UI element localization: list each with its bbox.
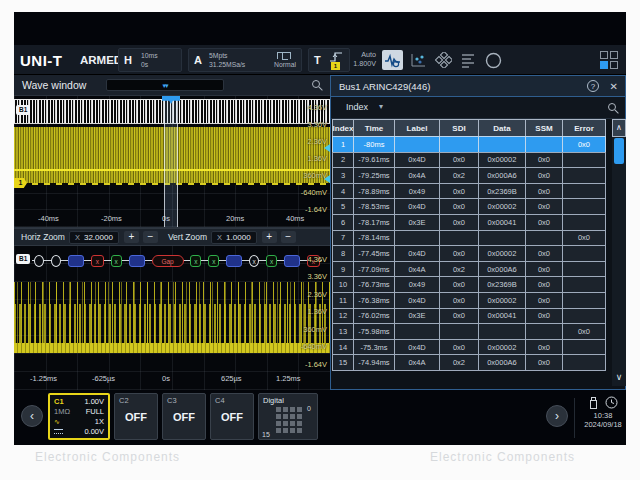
table-scrollbar[interactable]: ∧ ∨ xyxy=(612,119,626,386)
clock-date[interactable]: 2024/09/18 xyxy=(580,420,626,429)
col-header: SSM xyxy=(525,119,563,137)
channel2-box[interactable]: C2 OFF xyxy=(114,393,158,440)
search-icon[interactable] xyxy=(608,103,616,111)
table-row[interactable]: 2-79.61ms0x4D0x00x000020x0 xyxy=(332,152,612,169)
diamond-tools-icon[interactable] xyxy=(433,50,454,70)
acquire-menu[interactable]: A 5Mpts 31.25MSa/s Normal xyxy=(188,48,302,72)
wave-nav-slider[interactable]: ▾▾ xyxy=(106,79,224,91)
table-cell: 13 xyxy=(332,323,354,340)
table-cell xyxy=(394,230,440,247)
decode-bubble xyxy=(34,255,44,267)
table-cell: -74.94ms xyxy=(353,354,395,371)
circle-tool-icon[interactable] xyxy=(483,50,504,70)
table-cell: 0x0 xyxy=(439,292,479,309)
bus-table-header: Index Time Label SDI Data SSM Error xyxy=(332,119,612,137)
menu-bar: UNI-T ARMED H 10ms 0s A 5Mpts 31.25MSa/s… xyxy=(14,45,626,75)
list-view-icon[interactable] xyxy=(458,50,479,70)
table-row[interactable]: 12-76.02ms0x3E0x00x000410x0 xyxy=(332,308,612,325)
v-label: 360mV xyxy=(303,325,327,334)
table-cell: 0x4D xyxy=(394,339,440,356)
digital-grid xyxy=(276,407,302,433)
table-cell: -76.02ms xyxy=(353,308,395,325)
collapse-left-button[interactable]: ‹ xyxy=(21,405,43,427)
main-wave-plot[interactable]: B1 1 4.36V 3.36V 2.36V 1.36V 360mV -640m… xyxy=(14,96,330,228)
table-cell: 0x00002 xyxy=(478,339,526,356)
c1-bandwidth: FULL xyxy=(86,407,104,417)
table-row[interactable]: 6-78.17ms0x3E0x00x000410x0 xyxy=(332,214,612,231)
table-cell: 0x0 xyxy=(525,198,563,215)
table-row[interactable]: 5-78.53ms0x4D0x00x000020x0 xyxy=(332,198,612,215)
vert-zoom-minus-button[interactable]: − xyxy=(281,231,296,243)
wave-zoom-tool-icon[interactable] xyxy=(382,50,403,70)
horizontal-offset: 0s xyxy=(141,61,148,69)
table-cell: 0x49 xyxy=(394,183,440,200)
zoom-wave-plot[interactable]: B1 xxGapxxxxx 4.36V 3.36V 2.36V 1.36V 36… xyxy=(14,246,330,390)
table-row[interactable]: 11-76.38ms0x4D0x00x000020x0 xyxy=(332,292,612,309)
c2-name: C2 xyxy=(119,396,153,405)
bus-search-row: Index ▾ xyxy=(331,97,625,119)
wave-window-title: Wave window xyxy=(22,79,86,91)
scrollbar-thumb[interactable] xyxy=(614,138,624,164)
table-row[interactable]: 15-74.94ms0x4A0x20x000A60x0 xyxy=(332,354,612,371)
decode-bubble xyxy=(129,255,145,267)
scroll-up-icon[interactable]: ∧ xyxy=(612,119,626,137)
table-row[interactable]: 8-77.45ms0x4D0x00x000020x0 xyxy=(332,245,612,262)
table-cell xyxy=(562,354,606,371)
horizontal-scale: 10ms xyxy=(141,52,158,60)
table-cell: 3 xyxy=(332,167,354,184)
table-cell: -76.38ms xyxy=(353,292,395,309)
clock-icon[interactable] xyxy=(605,396,618,409)
table-cell: 8 xyxy=(332,245,354,262)
horiz-zoom-minus-button[interactable]: − xyxy=(143,231,158,243)
vert-zoom-plus-button[interactable]: + xyxy=(262,231,277,243)
t-label: 1.25ms xyxy=(276,374,301,383)
chevron-down-icon[interactable]: ▾ xyxy=(379,102,383,111)
expand-right-button[interactable]: › xyxy=(546,405,568,427)
horiz-zoom-plus-button[interactable]: + xyxy=(124,231,139,243)
scroll-down-icon[interactable]: ∨ xyxy=(612,370,626,384)
clock-time[interactable]: 10:38 xyxy=(580,411,626,420)
channel3-box[interactable]: C3 OFF xyxy=(162,393,206,440)
c3-state: OFF xyxy=(167,411,201,423)
col-header: Time xyxy=(353,119,395,137)
channel4-box[interactable]: C4 OFF xyxy=(210,393,254,440)
table-cell: 0x0 xyxy=(439,152,479,169)
usb-icon xyxy=(588,396,599,409)
table-row[interactable]: 3-79.25ms0x4A0x20x000A60x0 xyxy=(332,167,612,184)
table-row[interactable]: 14-75.3ms0x4D0x00x000020x0 xyxy=(332,339,612,356)
help-icon[interactable]: ? xyxy=(587,80,599,92)
table-cell: 0x4D xyxy=(394,292,440,309)
table-row[interactable]: 10-76.73ms0x490x00x2369B0x0 xyxy=(332,276,612,293)
wave-search-icon[interactable] xyxy=(312,80,320,88)
table-row[interactable]: 13-75.98ms0x0 xyxy=(332,323,612,340)
table-row[interactable]: 1-80ms0x0 xyxy=(332,136,612,153)
c1-dc-icon xyxy=(54,429,63,434)
table-cell: -78.89ms xyxy=(353,183,395,200)
digital-channel-square xyxy=(297,414,302,419)
table-row[interactable]: 4-78.89ms0x490x00x2369B0x0 xyxy=(332,183,612,200)
digital-box[interactable]: Digital 0 15 xyxy=(258,393,318,440)
digital-channel-square xyxy=(276,414,281,419)
bus-panel-header[interactable]: Bus1 ARINC429(446) ? ✕ xyxy=(331,76,625,97)
table-cell: -78.53ms xyxy=(353,198,395,215)
digital-channel-square xyxy=(276,421,281,426)
table-cell: -75.3ms xyxy=(353,339,395,356)
table-cell: 0x000A6 xyxy=(478,167,526,184)
layout-grid-icon[interactable] xyxy=(600,51,618,69)
zoom-region-cursor[interactable] xyxy=(164,96,178,227)
v-label: 1.36V xyxy=(307,154,327,163)
table-cell xyxy=(562,198,606,215)
digital-last: 15 xyxy=(262,431,270,438)
digital-channel-square xyxy=(283,428,288,433)
channel1-box[interactable]: C11.00V 1MΩFULL ∿1X 0.00V xyxy=(48,393,110,440)
filter-dropdown[interactable]: Index xyxy=(346,102,368,112)
channel-bar: ‹ C11.00V 1MΩFULL ∿1X 0.00V C2 OFF C3 OF… xyxy=(14,390,626,445)
table-cell: 0x4A xyxy=(394,167,440,184)
xy-display-icon[interactable] xyxy=(408,50,429,70)
table-row[interactable]: 7-78.14ms0x0 xyxy=(332,230,612,247)
close-icon[interactable]: ✕ xyxy=(610,80,618,93)
horizontal-menu[interactable]: H 10ms 0s xyxy=(118,48,182,72)
table-row[interactable]: 9-77.09ms0x4A0x20x000A60x0 xyxy=(332,261,612,278)
vert-zoom-label: Vert Zoom xyxy=(168,232,207,242)
table-cell xyxy=(394,323,440,340)
